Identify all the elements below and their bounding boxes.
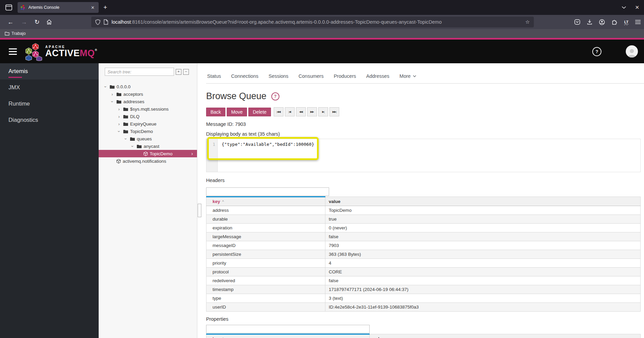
expander-expanded-icon[interactable]: ›: [105, 84, 110, 89]
message-id-text: Message ID: 7903: [206, 121, 644, 127]
fast-backward-button[interactable]: ◀◀: [296, 107, 306, 116]
headers-key-cell: largeMessage: [206, 232, 325, 241]
menu-icon[interactable]: [635, 20, 641, 24]
tree-node-queues[interactable]: ›queues: [99, 135, 197, 142]
properties-key-column-header[interactable]: key^: [206, 334, 370, 338]
page-info-icon[interactable]: [104, 19, 108, 25]
tab-connections[interactable]: Connections: [231, 73, 258, 83]
headers-value-column-header[interactable]: value: [325, 197, 641, 206]
cube-icon-wrap: [144, 152, 148, 156]
sidebar-item-artemis[interactable]: Artemis: [0, 63, 99, 80]
first-page-button[interactable]: |◀◀: [274, 107, 283, 116]
sidebar-item-jmx[interactable]: JMX: [0, 80, 99, 96]
hamburger-menu-icon[interactable]: [9, 48, 17, 55]
expander-collapsed-icon[interactable]: ›: [118, 114, 123, 119]
tab-producers[interactable]: Producers: [334, 73, 356, 83]
tree-node-sys-mqtt-sessions[interactable]: ›$sys.mqtt.sessions: [99, 105, 197, 113]
expander-expanded-icon[interactable]: ›: [132, 144, 137, 149]
list-tabs-chevron-icon[interactable]: [622, 6, 626, 9]
tab-addresses[interactable]: Addresses: [366, 73, 390, 83]
folder-icon-wrap: [130, 137, 135, 141]
forward-nav-icon[interactable]: →: [21, 19, 27, 26]
back-nav-icon[interactable]: ←: [7, 19, 14, 26]
page-help-icon[interactable]: ?: [271, 92, 279, 100]
brand-mq: MQ: [80, 48, 95, 58]
bookmark-star-icon[interactable]: ☆: [525, 19, 530, 25]
previous-page-button[interactable]: |◀: [285, 107, 295, 116]
avatar[interactable]: [626, 45, 638, 58]
headers-row-expiration: expiration0 (never): [206, 224, 641, 232]
tab-more-dropdown[interactable]: More: [399, 73, 416, 83]
expander-expanded-icon[interactable]: ›: [118, 129, 123, 134]
headers-key-cell: redelivered: [206, 276, 325, 285]
console-tabs: StatusConnectionsSessionsConsumersProduc…: [206, 63, 644, 84]
help-icon[interactable]: ?: [592, 47, 601, 56]
sidebar-item-runtime[interactable]: Runtime: [0, 96, 99, 112]
expander-collapsed-icon[interactable]: ›: [118, 121, 123, 127]
extensions-puzzle-icon[interactable]: [612, 19, 617, 25]
properties-filter-input[interactable]: [206, 325, 370, 333]
expander-collapsed-icon[interactable]: ›: [118, 107, 123, 112]
url-bar[interactable]: localhost:8161/console/artemis/artemisBr…: [91, 17, 534, 27]
tree-node-topicdemo[interactable]: TopicDemo›: [99, 150, 197, 157]
folder-icon-wrap: [117, 100, 121, 104]
pocket-icon[interactable]: [574, 19, 580, 25]
tree-node-anycast[interactable]: ›anycast: [99, 142, 197, 150]
tree-node-expiryqueue[interactable]: ›ExpiryQueue: [99, 120, 197, 128]
fast-forward-button[interactable]: ▶▶: [307, 107, 317, 116]
expander-collapsed-icon[interactable]: ›: [112, 92, 117, 97]
account-icon[interactable]: [599, 19, 605, 25]
headers-value-cell: true: [325, 215, 641, 224]
tree-node-label: anycast: [144, 144, 159, 149]
selected-node-chevron-icon[interactable]: ›: [191, 151, 193, 156]
last-page-button[interactable]: ▶▶|: [329, 107, 339, 116]
tree-node-dlq[interactable]: ›DLQ: [99, 113, 197, 120]
tree-node-label: $sys.mqtt.sessions: [130, 107, 169, 112]
next-page-button[interactable]: ▶|: [318, 107, 328, 116]
tab-sessions[interactable]: Sessions: [269, 73, 289, 83]
headers-row-address: addressTopicDemo: [206, 206, 641, 215]
tab-consumers[interactable]: Consumers: [299, 73, 324, 83]
folder-icon: [5, 31, 9, 36]
tree-node-addresses[interactable]: ›addresses: [99, 98, 197, 105]
chevron-glyph: ›: [103, 86, 108, 87]
window-close-icon[interactable]: ✕: [635, 4, 639, 10]
bookmark-folder-trabajo[interactable]: Trabajo: [5, 31, 26, 36]
firefox-view-icon[interactable]: [4, 3, 14, 12]
shield-icon[interactable]: [95, 19, 100, 25]
tree-node-0-0-0-0[interactable]: ›0.0.0.0: [99, 83, 197, 90]
tree-node-activemq-notifications[interactable]: activemq.notifications: [99, 157, 197, 165]
download-icon[interactable]: [587, 19, 592, 25]
headers-key-column-header[interactable]: key^: [206, 197, 325, 206]
app-header: APACHE ACTIVEMQ® ?: [0, 40, 644, 63]
tab-close-icon[interactable]: ✕: [90, 5, 96, 10]
message-body-editor[interactable]: 1 {"type":"Available","bedId":100060}: [206, 139, 641, 172]
headers-filter-input[interactable]: [206, 187, 329, 196]
expander-expanded-icon[interactable]: ›: [112, 99, 117, 104]
move-button[interactable]: Move: [227, 108, 247, 116]
folder-icon: [123, 115, 128, 118]
tab-status[interactable]: Status: [207, 73, 221, 83]
folder-icon: [130, 137, 135, 141]
browser-tab[interactable]: Artemis Console ✕: [18, 2, 99, 13]
back-button[interactable]: Back: [206, 108, 225, 116]
tree-node-acceptors[interactable]: ›acceptors: [99, 90, 197, 98]
headers-row-persistentsize: persistentSize363 (363 Bytes): [206, 250, 641, 259]
reload-icon[interactable]: ↻: [34, 18, 40, 26]
search-tree-input[interactable]: [105, 68, 174, 76]
headers-row-durable: durabletrue: [206, 215, 641, 224]
side-nav: ArtemisJMXRuntimeDiagnostics: [0, 63, 99, 338]
tree-node-label: TopicDemo: [130, 129, 153, 134]
properties-value-column-header[interactable]: value: [370, 334, 641, 338]
home-icon[interactable]: [46, 19, 52, 25]
expand-all-icon[interactable]: +: [176, 69, 181, 75]
collapse-all-icon[interactable]: −: [183, 69, 189, 75]
new-tab-button[interactable]: +: [103, 4, 107, 11]
scrollbar-thumb[interactable]: [198, 204, 201, 217]
sidebar-item-diagnostics[interactable]: Diagnostics: [0, 112, 99, 128]
languagetool-extension-icon[interactable]: LT: [624, 20, 628, 24]
expander-expanded-icon[interactable]: ›: [125, 136, 130, 141]
cube-icon-wrap: [117, 159, 121, 163]
delete-button[interactable]: Delete: [248, 108, 271, 116]
tree-node-topicdemo[interactable]: ›TopicDemo: [99, 128, 197, 135]
